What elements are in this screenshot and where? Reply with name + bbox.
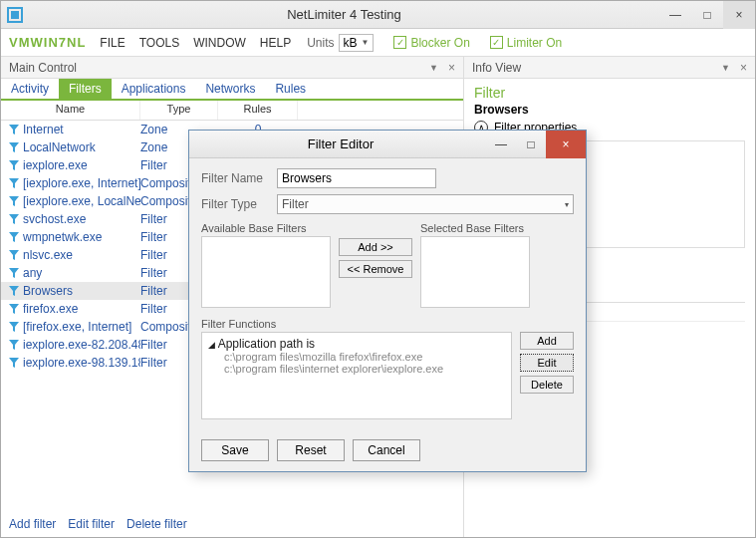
info-title: Filter [464, 79, 755, 101]
selected-base-list[interactable] [420, 236, 530, 308]
units-label: Units [307, 36, 334, 50]
filter-type-label: Filter Type [201, 197, 277, 211]
menu-file[interactable]: FILE [100, 36, 125, 50]
delete-filter-link[interactable]: Delete filter [126, 517, 187, 531]
row-name: svchost.exe [23, 212, 140, 226]
check-icon: ✓ [490, 36, 503, 49]
svg-rect-1 [11, 11, 19, 19]
col-rules[interactable]: Rules [218, 101, 298, 120]
edit-filter-link[interactable]: Edit filter [68, 517, 115, 531]
row-name: [iexplore.exe, Internet] [23, 176, 140, 190]
funnel-icon [9, 340, 19, 350]
tab-applications[interactable]: Applications [112, 79, 196, 99]
row-name: Browsers [23, 284, 140, 298]
funnel-icon [9, 232, 19, 242]
limiter-toggle[interactable]: ✓ Limiter On [490, 36, 562, 50]
filter-functions-label: Filter Functions [201, 318, 574, 330]
filter-name-input[interactable] [277, 168, 436, 188]
menu-tools[interactable]: TOOLS [139, 36, 179, 50]
func-edit-button[interactable]: Edit [520, 354, 574, 372]
check-icon: ✓ [393, 36, 406, 49]
row-name: iexplore.exe-82.208.48 [23, 338, 140, 352]
panel-close-icon[interactable]: × [740, 61, 747, 75]
menu-help[interactable]: HELP [260, 36, 291, 50]
funnel-icon [9, 214, 19, 224]
row-name: [iexplore.exe, LocalNet [23, 194, 140, 208]
column-headers: Name Type Rules [1, 101, 463, 121]
panel-menu-icon[interactable]: ▼ [721, 63, 730, 73]
panel-close-icon[interactable]: × [448, 61, 455, 75]
funnel-icon [9, 160, 19, 170]
dialog-maximize-button[interactable]: □ [516, 131, 546, 158]
minimize-button[interactable]: — [659, 1, 691, 29]
funnel-icon [9, 358, 19, 368]
tab-networks[interactable]: Networks [195, 79, 265, 99]
filter-editor-dialog: Filter Editor — □ × Filter Name Filter T… [188, 130, 587, 472]
row-name: LocalNetwork [23, 140, 140, 154]
cancel-button[interactable]: Cancel [353, 439, 420, 461]
maximize-button[interactable]: □ [691, 1, 723, 29]
menu-window[interactable]: WINDOW [193, 36, 246, 50]
host-logo: VMWIN7NL [9, 35, 86, 50]
menubar: VMWIN7NL FILE TOOLS WINDOW HELP Units kB… [1, 29, 755, 57]
row-name: wmpnetwk.exe [23, 230, 140, 244]
filter-name-label: Filter Name [201, 171, 277, 185]
add-base-button[interactable]: Add >> [339, 238, 412, 256]
dialog-title: Filter Editor [195, 136, 486, 151]
blocker-toggle[interactable]: ✓ Blocker On [393, 36, 469, 50]
window-title: NetLimiter 4 Testing [29, 7, 659, 22]
close-button[interactable]: × [723, 1, 755, 29]
left-panel-header: Main Control ▼ × [1, 57, 463, 79]
funnel-icon [9, 178, 19, 188]
selected-base-label: Selected Base Filters [420, 222, 530, 234]
remove-base-button[interactable]: << Remove [339, 260, 412, 278]
filter-functions-list[interactable]: ◢ Application path is c:\program files\m… [201, 332, 512, 419]
save-button[interactable]: Save [201, 439, 269, 461]
row-name: nlsvc.exe [23, 248, 140, 262]
col-name[interactable]: Name [1, 101, 140, 120]
info-name: Browsers [464, 101, 755, 121]
funnel-icon [9, 268, 19, 278]
reset-button[interactable]: Reset [277, 439, 345, 461]
units-select[interactable]: kB▼ [339, 34, 375, 52]
row-name: iexplore.exe-98.139.18 [23, 356, 140, 370]
tab-filters[interactable]: Filters [59, 79, 112, 99]
funnel-icon [9, 322, 19, 332]
app-icon [7, 7, 23, 23]
funnel-icon [9, 196, 19, 206]
row-name: Internet [23, 123, 140, 136]
funnel-icon [9, 286, 19, 296]
row-name: iexplore.exe [23, 158, 140, 172]
dialog-close-button[interactable]: × [546, 131, 586, 158]
func-delete-button[interactable]: Delete [520, 376, 574, 394]
funnel-icon [9, 304, 19, 314]
row-name: firefox.exe [23, 302, 140, 316]
dialog-minimize-button[interactable]: — [486, 131, 516, 158]
row-name: any [23, 266, 140, 280]
filter-type-select[interactable]: Filter▾ [277, 194, 574, 214]
funnel-icon [9, 142, 19, 152]
panel-menu-icon[interactable]: ▼ [429, 63, 438, 73]
available-base-list[interactable] [201, 236, 331, 308]
func-add-button[interactable]: Add [520, 332, 574, 350]
funnel-icon [9, 250, 19, 260]
row-name: [firefox.exe, Internet] [23, 320, 140, 334]
add-filter-link[interactable]: Add filter [9, 517, 56, 531]
right-panel-header: Info View ▼ × [464, 57, 755, 79]
col-type[interactable]: Type [140, 101, 218, 120]
tab-activity[interactable]: Activity [1, 79, 59, 99]
filter-tabs: Activity Filters Applications Networks R… [1, 79, 463, 101]
main-titlebar: NetLimiter 4 Testing — □ × [1, 1, 755, 29]
tab-rules[interactable]: Rules [265, 79, 316, 99]
funnel-icon [9, 125, 19, 134]
available-base-label: Available Base Filters [201, 222, 331, 234]
